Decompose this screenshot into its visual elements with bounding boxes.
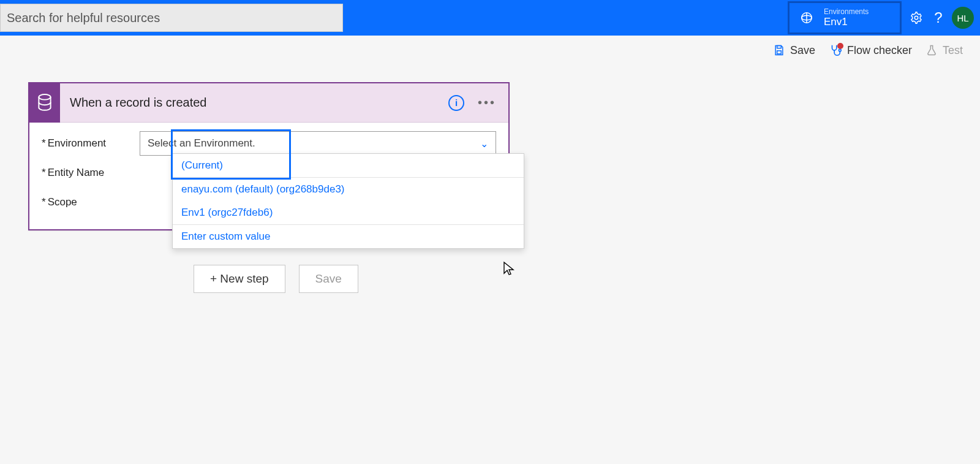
svg-point-5 xyxy=(839,49,841,51)
environment-select[interactable]: Select an Environment. ⌄ xyxy=(140,131,496,156)
environment-text: Environments Env1 xyxy=(824,7,869,28)
environment-picker[interactable]: Environments Env1 xyxy=(788,1,902,34)
environment-icon xyxy=(796,11,818,25)
alert-dot-icon xyxy=(837,43,843,49)
dropdown-option-current[interactable]: (Current) xyxy=(173,154,524,177)
scope-field-label: *Scope xyxy=(42,196,140,208)
save-command[interactable]: Save xyxy=(773,44,815,57)
beaker-icon xyxy=(925,44,938,56)
svg-rect-4 xyxy=(777,51,782,54)
avatar[interactable]: HL xyxy=(952,7,974,29)
trigger-title: When a record is created xyxy=(60,96,448,110)
top-bar: Environments Env1 ? HL xyxy=(0,0,980,36)
avatar-initials: HL xyxy=(957,13,968,23)
test-command[interactable]: Test xyxy=(925,44,963,57)
info-icon[interactable]: i xyxy=(448,95,464,111)
entity-field-label: *Entity Name xyxy=(42,167,140,179)
connector-icon xyxy=(29,83,60,123)
chevron-down-icon: ⌄ xyxy=(480,138,488,150)
dropdown-option-default[interactable]: enayu.com (default) (org268b9de3) xyxy=(173,178,524,201)
environment-select-placeholder: Select an Environment. xyxy=(148,137,255,150)
svg-point-2 xyxy=(914,16,918,20)
flow-checker-label: Flow checker xyxy=(847,44,912,57)
more-icon[interactable]: ••• xyxy=(478,96,496,110)
save-button[interactable]: Save xyxy=(299,265,358,293)
new-step-button[interactable]: + New step xyxy=(194,265,285,293)
settings-icon[interactable] xyxy=(905,11,927,25)
bottom-buttons: + New step Save xyxy=(194,265,980,293)
environment-name: Env1 xyxy=(824,16,869,28)
test-label: Test xyxy=(943,44,963,57)
new-step-label: + New step xyxy=(210,272,269,286)
flow-canvas: When a record is created i ••• *Environm… xyxy=(0,65,980,293)
svg-point-6 xyxy=(39,94,50,100)
trigger-card: When a record is created i ••• *Environm… xyxy=(28,82,510,230)
save-icon xyxy=(773,44,785,56)
help-icon[interactable]: ? xyxy=(927,9,949,26)
environment-field-label: *Environment xyxy=(42,137,140,150)
save-label: Save xyxy=(790,44,815,57)
dropdown-option-env1[interactable]: Env1 (orgc27fdeb6) xyxy=(173,201,524,224)
trigger-header-icons: i ••• xyxy=(448,95,508,111)
dropdown-option-custom[interactable]: Enter custom value xyxy=(173,225,524,248)
save-button-label: Save xyxy=(315,272,342,286)
environment-label: Environments xyxy=(824,7,869,16)
trigger-header[interactable]: When a record is created i ••• xyxy=(29,83,508,123)
svg-rect-3 xyxy=(777,46,782,48)
search-box[interactable] xyxy=(0,4,343,32)
command-bar: Save Flow checker Test xyxy=(0,36,980,65)
environment-dropdown: (Current) enayu.com (default) (org268b9d… xyxy=(172,153,524,249)
trigger-body: *Environment Select an Environment. ⌄ *E… xyxy=(29,123,508,229)
search-input[interactable] xyxy=(7,11,336,25)
flow-checker-command[interactable]: Flow checker xyxy=(829,44,912,57)
